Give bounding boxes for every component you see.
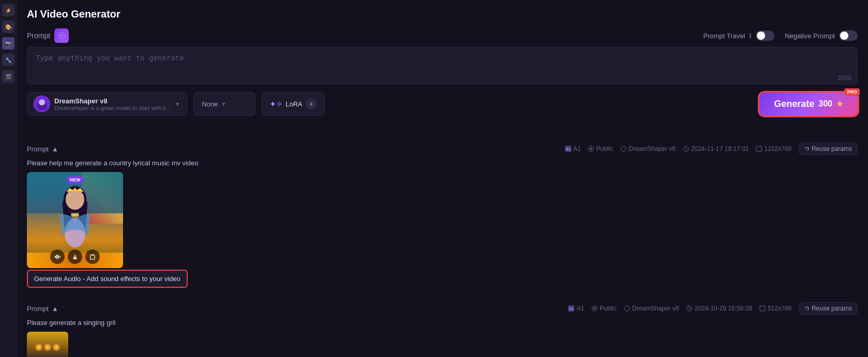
generation-1-video-thumb[interactable]: NEW	[27, 172, 123, 268]
generate-label: Generate	[774, 99, 814, 110]
svg-rect-12	[756, 146, 762, 151]
prompt-travel-toggle[interactable]	[756, 30, 774, 41]
svg-rect-25	[90, 255, 95, 259]
svg-line-11	[686, 149, 687, 150]
model-info: DreamShaper v8 Dreamshaper is a great mo…	[54, 97, 171, 111]
woman-silhouette	[52, 184, 98, 258]
generation-2-video-grid	[27, 332, 858, 357]
model-selector[interactable]: DreamShaper v8 Dreamshaper is a great mo…	[27, 92, 187, 116]
svg-rect-20	[55, 256, 56, 258]
generation-1-header: Prompt ▲ A1 A1 Public DreamShaper v8	[27, 143, 858, 155]
toggle-area: Prompt Travel ℹ Negative Prompt	[703, 30, 858, 41]
svg-rect-37	[760, 306, 765, 311]
generation-1-model-meta: DreamShaper v8	[620, 145, 676, 152]
audio-generate-btn[interactable]	[50, 250, 65, 264]
svg-text:A1: A1	[566, 147, 571, 151]
download-btn[interactable]	[68, 250, 82, 264]
generation-2: Prompt ▲ A1 A1 Public DreamShaper v8	[27, 302, 858, 357]
page-title: AI Video Generator	[27, 8, 858, 20]
gold-circle-1	[35, 344, 42, 351]
generation-2-prompt-toggle[interactable]: Prompt ▲	[27, 305, 58, 313]
sidebar-icon-5[interactable]: 🎬	[2, 70, 14, 83]
generation-2-meta: A1 A1 Public DreamShaper v8 2024-10-29 1…	[568, 302, 858, 315]
svg-rect-23	[59, 256, 60, 257]
sidebar: ⚡ 🎨 📷 🔧 🎬	[0, 0, 17, 357]
sidebar-icon-4[interactable]: 🔧	[2, 54, 14, 66]
lora-sparkle-icon: ✦✧	[269, 99, 283, 109]
svg-line-36	[689, 308, 690, 309]
gold-circles	[35, 344, 60, 351]
main-content: AI Video Generator Prompt Prompt Travel …	[17, 0, 868, 357]
generation-2-prompt-label: Prompt	[27, 305, 49, 313]
generation-1-timestamp: 2024-11-17 18:17:02	[683, 145, 749, 152]
generation-1-prompt-toggle[interactable]: Prompt ▲	[27, 145, 58, 153]
svg-rect-22	[58, 255, 59, 258]
svg-point-3	[39, 99, 45, 105]
lora-button[interactable]: ✦✧ LoRA +	[262, 92, 325, 116]
generation-1: Prompt ▲ A1 A1 Public DreamShaper v8	[27, 143, 858, 268]
sidebar-icon-2[interactable]: 🎨	[2, 21, 14, 33]
generate-button[interactable]: Generate 300 ★	[759, 92, 858, 116]
none-selector-chevron-icon: ▼	[221, 101, 226, 107]
model-row: DreamShaper v8 Dreamshaper is a great mo…	[27, 92, 858, 116]
model-selector-chevron-icon: ▼	[175, 101, 180, 107]
lora-label: LoRA	[286, 100, 303, 108]
delete-btn[interactable]	[85, 250, 100, 264]
generation-2-model-meta: DreamShaper v8	[624, 305, 679, 312]
credit-count: 300	[818, 99, 832, 108]
prompt-textarea-wrapper: 2000	[27, 47, 858, 86]
video-controls	[50, 250, 100, 264]
generation-1-visibility: Public	[588, 145, 613, 152]
svg-rect-21	[56, 255, 57, 259]
prompt-textarea[interactable]	[27, 47, 858, 84]
generation-1-prompt-label: Prompt	[27, 145, 49, 153]
svg-point-17	[66, 189, 84, 210]
negative-prompt-toggle[interactable]	[839, 30, 858, 41]
svg-point-8	[621, 146, 626, 151]
generation-1-slot: A1 A1	[565, 145, 581, 152]
svg-point-7	[590, 148, 592, 150]
gold-circle-3	[53, 344, 60, 351]
none-selector[interactable]: None ▼	[193, 92, 255, 116]
none-label: None	[202, 100, 218, 108]
negative-prompt-label: Negative Prompt	[785, 32, 835, 40]
prompt-label: Prompt	[27, 32, 50, 40]
prompt-header-row: Prompt Prompt Travel ℹ Negative Pr	[27, 28, 858, 43]
generation-1-reuse-btn[interactable]: Reuse params	[799, 143, 858, 155]
generation-2-visibility: Public	[591, 305, 617, 312]
model-name: DreamShaper v8	[54, 97, 171, 105]
generation-1-video-grid: NEW	[27, 172, 858, 268]
generation-1-collapse-icon: ▲	[52, 145, 58, 153]
svg-point-32	[593, 307, 596, 309]
generation-2-collapse-icon: ▲	[52, 305, 58, 313]
prompt-icon-btn[interactable]	[54, 28, 69, 43]
generation-2-prompt-text: Please generate a singing gril	[27, 319, 858, 327]
gold-circle-2	[44, 344, 51, 351]
generation-2-timestamp: 2024-10-29 16:58:39	[686, 305, 752, 312]
generation-2-reuse-btn[interactable]: Reuse params	[799, 302, 858, 315]
generation-2-resolution: 512x768	[759, 305, 791, 312]
char-count: 2000	[837, 74, 851, 82]
generation-1-prompt-text: Please help me generate a country lyrica…	[27, 159, 858, 167]
lora-add-icon[interactable]: +	[306, 98, 317, 110]
svg-point-19	[71, 213, 79, 216]
prompt-travel-label: Prompt Travel	[703, 32, 745, 40]
svg-text:A1: A1	[569, 307, 574, 311]
prompt-travel-info-icon[interactable]: ℹ	[749, 32, 752, 39]
generation-1-meta: A1 A1 Public DreamShaper v8 2024-11-17 1…	[565, 143, 858, 155]
new-badge: NEW	[67, 176, 84, 183]
generate-audio-callout: Generate Audio - Add sound effects to yo…	[27, 270, 188, 288]
generation-1-resolution: 1152x768	[756, 145, 791, 152]
svg-point-33	[625, 306, 630, 311]
sidebar-icon-3[interactable]: 📷	[2, 37, 14, 50]
generation-2-header: Prompt ▲ A1 A1 Public DreamShaper v8	[27, 302, 858, 315]
negative-prompt-toggle-item: Negative Prompt	[785, 30, 858, 41]
generate-btn-wrapper: PRO Generate 300 ★	[759, 92, 858, 116]
star-icon: ★	[836, 100, 843, 108]
prompt-travel-toggle-item: Prompt Travel ℹ	[703, 30, 774, 41]
model-desc: Dreamshaper is a great model to start wi…	[54, 105, 171, 111]
generation-2-video-thumb[interactable]	[27, 332, 68, 357]
model-avatar	[34, 96, 50, 112]
pro-badge: PRO	[844, 88, 860, 96]
sidebar-icon-1[interactable]: ⚡	[2, 4, 14, 17]
